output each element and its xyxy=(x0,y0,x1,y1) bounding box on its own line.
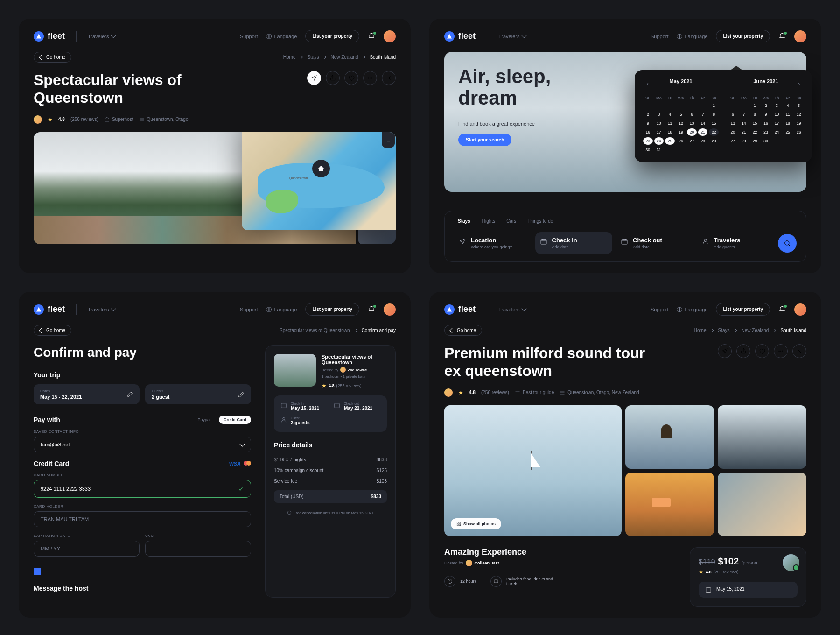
map-preview[interactable]: + − Frankton Queenstown xyxy=(242,132,396,230)
calendar-day[interactable]: 28 xyxy=(739,137,749,145)
card-number-input[interactable]: ✓ xyxy=(34,480,251,498)
travelers-dropdown[interactable]: Travelers xyxy=(88,34,115,39)
prev-month-button[interactable]: ‹ xyxy=(643,79,652,88)
guests-box[interactable]: Guests2 guest xyxy=(145,384,251,404)
calendar-day[interactable]: 21 xyxy=(739,128,749,136)
dates-box[interactable]: DatesMay 15 - 22, 2021 xyxy=(34,384,140,404)
user-avatar[interactable] xyxy=(384,303,396,316)
language-link[interactable]: Language xyxy=(266,307,297,312)
calendar-day[interactable]: 13 xyxy=(728,120,738,127)
list-property-button[interactable]: List your property xyxy=(716,303,770,316)
tab-things[interactable]: Things to do xyxy=(527,219,553,224)
user-avatar[interactable] xyxy=(384,30,396,42)
close-button[interactable] xyxy=(792,344,806,358)
travelers-field[interactable]: TravelersAdd guests xyxy=(697,232,775,254)
calendar-day[interactable]: 7 xyxy=(698,111,708,118)
notification-icon[interactable] xyxy=(778,306,786,313)
calendar-day[interactable]: 24 xyxy=(654,137,664,145)
travelers-dropdown[interactable]: Travelers xyxy=(88,307,115,312)
share-button[interactable] xyxy=(326,71,340,85)
breadcrumb-item[interactable]: Home xyxy=(283,55,296,60)
calendar-day[interactable]: 12 xyxy=(676,120,686,127)
gallery-main-image[interactable]: Show all photos xyxy=(444,405,622,536)
gallery-thumbnail[interactable] xyxy=(625,473,714,536)
calendar-day[interactable]: 1 xyxy=(709,102,719,109)
zoom-in-button[interactable]: + xyxy=(382,132,395,136)
user-avatar[interactable] xyxy=(794,303,806,316)
calendar-day[interactable]: 25 xyxy=(783,128,793,136)
calendar-day[interactable]: 16 xyxy=(761,120,771,127)
calendar-day[interactable]: 16 xyxy=(643,128,653,136)
tab-flights[interactable]: Flights xyxy=(482,219,495,224)
notification-icon[interactable] xyxy=(368,306,375,313)
go-home-button[interactable]: Go home xyxy=(34,325,71,336)
calendar-day[interactable]: 17 xyxy=(772,120,782,127)
show-all-photos-button[interactable]: Show all photos xyxy=(451,518,501,529)
checkin-field[interactable]: Check inAdd date xyxy=(535,232,613,254)
calendar-day[interactable]: 30 xyxy=(761,137,771,145)
calendar-day[interactable]: 2 xyxy=(643,111,653,118)
calendar-day[interactable]: 8 xyxy=(709,111,719,118)
calendar-day[interactable]: 29 xyxy=(709,137,719,145)
support-link[interactable]: Support xyxy=(240,34,258,39)
travelers-dropdown[interactable]: Travelers xyxy=(498,307,526,312)
search-button[interactable] xyxy=(778,234,797,253)
calendar-day[interactable]: 26 xyxy=(794,128,804,136)
calendar-day[interactable]: 5 xyxy=(676,111,686,118)
calendar-day[interactable]: 10 xyxy=(654,120,664,127)
calendar-day[interactable]: 4 xyxy=(783,102,793,109)
travelers-dropdown[interactable]: Travelers xyxy=(498,34,526,39)
calendar-day[interactable]: 11 xyxy=(783,111,793,118)
calendar-day[interactable]: 22 xyxy=(709,128,719,136)
tab-stays[interactable]: Stays xyxy=(458,219,470,224)
calendar-day[interactable]: 28 xyxy=(698,137,708,145)
notification-icon[interactable] xyxy=(778,33,786,40)
calendar-day[interactable]: 15 xyxy=(750,120,760,127)
gallery-thumbnail[interactable] xyxy=(718,405,806,469)
host-avatar[interactable] xyxy=(34,115,42,124)
breadcrumb-item[interactable]: Stays xyxy=(307,55,319,60)
navigate-button[interactable] xyxy=(718,344,732,358)
support-link[interactable]: Support xyxy=(651,34,669,39)
calendar-day[interactable]: 3 xyxy=(772,102,782,109)
favorite-button[interactable] xyxy=(755,344,769,358)
calendar-day[interactable]: 22 xyxy=(750,128,760,136)
support-link[interactable]: Support xyxy=(240,307,258,312)
calendar-day[interactable]: 27 xyxy=(728,137,738,145)
calendar-day[interactable]: 4 xyxy=(665,111,675,118)
calendar-day[interactable]: 19 xyxy=(794,120,804,127)
close-button[interactable] xyxy=(382,71,396,85)
gallery-thumbnail[interactable] xyxy=(718,473,806,536)
language-link[interactable]: Language xyxy=(677,307,707,312)
booking-date-picker[interactable]: May 15, 2021 xyxy=(699,582,798,598)
calendar-day[interactable]: 9 xyxy=(643,120,653,127)
calendar-day[interactable]: 8 xyxy=(750,111,760,118)
host-avatar-badge[interactable] xyxy=(783,554,799,571)
user-avatar[interactable] xyxy=(794,30,806,42)
calendar-day[interactable]: 17 xyxy=(654,128,664,136)
calendar-day[interactable]: 12 xyxy=(794,111,804,118)
calendar-day[interactable]: 29 xyxy=(750,137,760,145)
calendar-day[interactable]: 23 xyxy=(643,137,653,145)
calendar-day[interactable]: 24 xyxy=(772,128,782,136)
zoom-out-button[interactable]: − xyxy=(382,136,395,148)
calendar-day[interactable]: 20 xyxy=(687,128,697,136)
go-home-button[interactable]: Go home xyxy=(34,52,71,63)
calendar-day[interactable]: 14 xyxy=(739,120,749,127)
gallery-thumbnail[interactable] xyxy=(625,405,714,469)
language-link[interactable]: Language xyxy=(266,34,297,39)
share-button[interactable] xyxy=(736,344,750,358)
calendar-day[interactable]: 1 xyxy=(750,102,760,109)
calendar-day[interactable]: 18 xyxy=(783,120,793,127)
go-home-button[interactable]: Go home xyxy=(444,325,482,336)
cvc-input[interactable] xyxy=(145,541,251,557)
list-property-button[interactable]: List your property xyxy=(716,30,770,42)
calendar-day[interactable]: 23 xyxy=(761,128,771,136)
calendar-day[interactable]: 19 xyxy=(676,128,686,136)
paypal-tab[interactable]: Paypal xyxy=(193,416,215,424)
calendar-day[interactable]: 18 xyxy=(665,128,675,136)
calendar-day[interactable]: 13 xyxy=(687,120,697,127)
notification-icon[interactable] xyxy=(368,33,375,40)
calendar-day[interactable]: 9 xyxy=(761,111,771,118)
checkout-field[interactable]: Check outAdd date xyxy=(616,232,693,254)
